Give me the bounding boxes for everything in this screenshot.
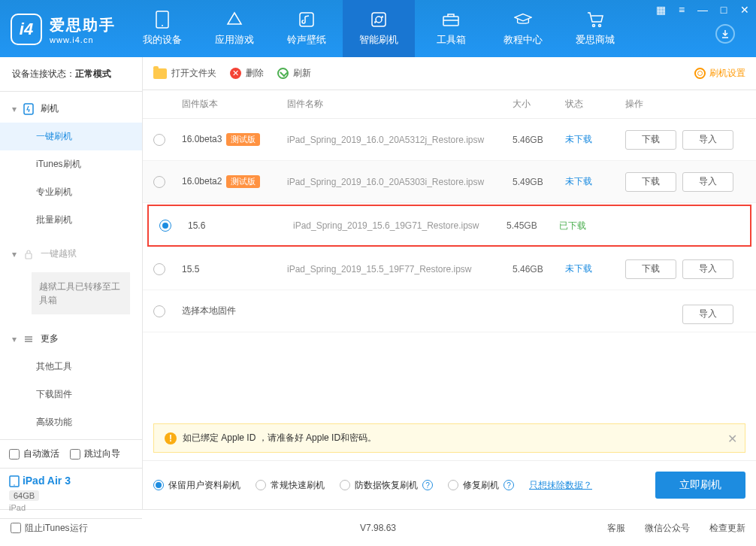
sidebar-item-itunes[interactable]: iTunes刷机 bbox=[0, 150, 142, 178]
firmware-row[interactable]: 15.5 iPad_Spring_2019_15.5_19F77_Restore… bbox=[143, 248, 756, 290]
radio-icon bbox=[256, 480, 266, 490]
flash-options: 保留用户资料刷机 常规快速刷机 防数据恢复刷机? 修复刷机? 只想抹除数据？ 立… bbox=[143, 460, 756, 509]
block-itunes-checkbox[interactable]: 阻止iTunes运行 bbox=[11, 522, 88, 535]
radio-icon bbox=[340, 480, 350, 490]
import-button[interactable]: 导入 bbox=[682, 172, 733, 192]
download-button[interactable]: 下载 bbox=[625, 172, 676, 192]
main-content: 打开文件夹 ✕删除 刷新 刷机设置 固件版本 固件名称 大小 状态 操作 16.… bbox=[143, 57, 756, 509]
tab-tools[interactable]: 工具箱 bbox=[415, 0, 487, 57]
import-button[interactable]: 导入 bbox=[682, 259, 733, 279]
help-icon[interactable]: ? bbox=[503, 480, 514, 490]
beta-badge: 测试版 bbox=[226, 175, 260, 188]
fw-filename: iPad_Spring_2019_15.5_19F77_Restore.ipsw bbox=[287, 264, 513, 275]
opt-recovery[interactable]: 防数据恢复刷机? bbox=[340, 479, 433, 492]
device-info[interactable]: iPad Air 3 64GB iPad bbox=[0, 469, 142, 519]
win-list-icon[interactable]: ≡ bbox=[675, 3, 688, 17]
phone-icon bbox=[153, 11, 171, 29]
chevron-down-icon: ▾ bbox=[12, 334, 17, 344]
sidebar-item-pro[interactable]: 专业刷机 bbox=[0, 178, 142, 206]
lock-icon bbox=[23, 248, 35, 260]
firmware-row[interactable]: 16.0beta2测试版 iPad_Spring_2019_16.0_20A53… bbox=[143, 161, 756, 203]
help-icon[interactable]: ? bbox=[422, 480, 433, 490]
fw-filename: iPad_Spring_2019_15.6_19G71_Restore.ipsw bbox=[293, 220, 507, 231]
version-label: V7.98.63 bbox=[360, 523, 396, 533]
apps-icon bbox=[225, 11, 243, 29]
open-folder-button[interactable]: 打开文件夹 bbox=[153, 67, 216, 80]
radio-icon bbox=[448, 480, 458, 490]
graduation-icon bbox=[514, 11, 532, 29]
alert-bar: ! 如已绑定 Apple ID ，请准备好 Apple ID和密码。 ✕ bbox=[153, 423, 745, 453]
sidebar-jailbreak-header[interactable]: ▾ 一键越狱 bbox=[0, 240, 142, 268]
import-button[interactable]: 导入 bbox=[682, 305, 733, 324]
col-action: 操作 bbox=[625, 98, 745, 111]
sidebar-more-header[interactable]: ▾ 更多 bbox=[0, 325, 142, 353]
tab-device[interactable]: 我的设备 bbox=[126, 0, 198, 57]
close-icon[interactable]: ✕ bbox=[738, 3, 751, 17]
beta-badge: 测试版 bbox=[226, 133, 260, 146]
flash-icon bbox=[23, 103, 35, 115]
radio-local[interactable] bbox=[153, 305, 165, 317]
music-icon bbox=[298, 11, 316, 29]
table-header: 固件版本 固件名称 大小 状态 操作 bbox=[143, 90, 756, 119]
radio-select[interactable] bbox=[153, 263, 165, 275]
tab-ringtone[interactable]: 铃声壁纸 bbox=[271, 0, 343, 57]
svg-rect-3 bbox=[372, 13, 386, 26]
download-button[interactable]: 下载 bbox=[625, 130, 676, 150]
device-status: 设备连接状态：正常模式 bbox=[0, 57, 142, 92]
download-indicator-icon[interactable] bbox=[715, 24, 735, 44]
alert-close-icon[interactable]: ✕ bbox=[727, 432, 737, 446]
svg-point-1 bbox=[162, 25, 163, 26]
minimize-icon[interactable]: — bbox=[696, 3, 709, 17]
main-tabs: 我的设备 应用游戏 铃声壁纸 智能刷机 工具箱 教程中心 爱思商城 bbox=[126, 0, 631, 57]
tab-store[interactable]: 爱思商城 bbox=[559, 0, 631, 57]
fw-filename: iPad_Spring_2019_16.0_20A5303i_Restore.i… bbox=[287, 177, 513, 187]
auto-activate-checkbox[interactable]: 自动激活 bbox=[9, 447, 59, 460]
sidebar-item-download[interactable]: 下载固件 bbox=[0, 381, 142, 408]
alert-text: 如已绑定 Apple ID ，请准备好 Apple ID和密码。 bbox=[183, 432, 376, 444]
fw-version: 16.0beta2 bbox=[182, 176, 222, 187]
erase-link[interactable]: 只想抹除数据？ bbox=[529, 479, 592, 492]
opt-repair[interactable]: 修复刷机? bbox=[448, 479, 514, 492]
tab-flash[interactable]: 智能刷机 bbox=[343, 0, 415, 57]
more-icon bbox=[23, 333, 35, 345]
maximize-icon[interactable]: □ bbox=[717, 3, 730, 17]
support-link[interactable]: 客服 bbox=[607, 522, 625, 535]
device-capacity: 64GB bbox=[9, 490, 39, 501]
svg-rect-2 bbox=[300, 13, 313, 26]
delete-button[interactable]: ✕删除 bbox=[230, 67, 264, 80]
sidebar-flash-header[interactable]: ▾ 刷机 bbox=[0, 95, 142, 123]
fw-status: 已下载 bbox=[559, 220, 619, 232]
sidebar-item-oneclick[interactable]: 一键刷机 bbox=[0, 123, 142, 150]
radio-select[interactable] bbox=[159, 220, 171, 232]
fw-size: 5.46GB bbox=[513, 264, 565, 275]
flash-now-button[interactable]: 立即刷机 bbox=[655, 472, 745, 499]
flash-settings-button[interactable]: 刷机设置 bbox=[694, 67, 745, 80]
opt-normal[interactable]: 常规快速刷机 bbox=[256, 479, 325, 492]
col-size: 大小 bbox=[513, 98, 565, 111]
window-controls: ▦ ≡ — □ ✕ bbox=[654, 3, 751, 17]
tab-apps[interactable]: 应用游戏 bbox=[198, 0, 271, 57]
firmware-row[interactable]: 16.0beta3测试版 iPad_Spring_2019_16.0_20A53… bbox=[143, 119, 756, 161]
update-link[interactable]: 检查更新 bbox=[709, 522, 745, 535]
radio-select[interactable] bbox=[153, 176, 165, 188]
wechat-link[interactable]: 微信公众号 bbox=[645, 522, 690, 535]
firmware-row[interactable]: 15.6 iPad_Spring_2019_15.6_19G71_Restore… bbox=[147, 205, 751, 247]
fw-size: 5.46GB bbox=[513, 135, 565, 145]
import-button[interactable]: 导入 bbox=[682, 130, 733, 150]
sidebar-item-batch[interactable]: 批量刷机 bbox=[0, 206, 142, 234]
sidebar-item-other[interactable]: 其他工具 bbox=[0, 353, 142, 381]
download-button[interactable]: 下载 bbox=[625, 259, 676, 279]
skip-guide-checkbox[interactable]: 跳过向导 bbox=[70, 447, 120, 460]
fw-size: 5.45GB bbox=[507, 220, 559, 231]
fw-status: 未下载 bbox=[565, 133, 625, 146]
win-grid-icon[interactable]: ▦ bbox=[654, 3, 667, 17]
opt-keep-data[interactable]: 保留用户资料刷机 bbox=[153, 479, 240, 492]
logo: i4 爱思助手 www.i4.cn bbox=[0, 0, 126, 59]
refresh-button[interactable]: 刷新 bbox=[277, 67, 311, 80]
sidebar-item-advanced[interactable]: 高级功能 bbox=[0, 408, 142, 436]
radio-select[interactable] bbox=[153, 134, 165, 146]
fw-status: 未下载 bbox=[565, 175, 625, 188]
tab-tutorial[interactable]: 教程中心 bbox=[487, 0, 559, 57]
fw-filename: iPad_Spring_2019_16.0_20A5312j_Restore.i… bbox=[287, 135, 513, 145]
chevron-down-icon: ▾ bbox=[12, 249, 17, 259]
